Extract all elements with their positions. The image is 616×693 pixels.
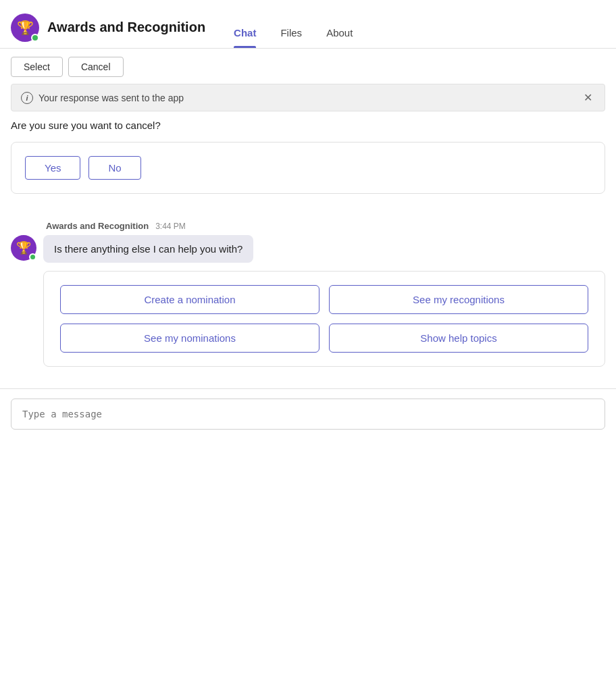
yes-no-card: Yes No — [11, 142, 605, 194]
close-response-bar-button[interactable]: ✕ — [581, 91, 595, 104]
cancel-confirm-text: Are you sure you want to cancel? — [11, 120, 605, 142]
bot-bubble: Is there anything else I can help you wi… — [43, 235, 253, 263]
see-recognitions-button[interactable]: See my recognitions — [329, 285, 588, 314]
response-sent-text: Your response was sent to the app — [38, 93, 184, 103]
tab-files[interactable]: Files — [268, 27, 314, 48]
tab-about[interactable]: About — [314, 27, 365, 48]
response-sent-content: i Your response was sent to the app — [21, 92, 184, 104]
bot-timestamp: 3:44 PM — [155, 222, 186, 231]
bot-actions-card: Create a nomination See my recognitions … — [43, 271, 605, 367]
select-button[interactable]: Select — [11, 57, 63, 77]
yes-button[interactable]: Yes — [25, 156, 80, 180]
bot-avatar: 🏆 — [11, 235, 36, 261]
response-sent-bar: i Your response was sent to the app ✕ — [11, 84, 605, 111]
actions-grid: Create a nomination See my recognitions … — [60, 285, 588, 353]
app-logo: 🏆 — [11, 14, 39, 42]
cancel-confirm-wrapper: Are you sure you want to cancel? Yes No — [11, 120, 605, 194]
tab-navigation: Chat Files About — [222, 7, 365, 48]
app-title: Awards and Recognition — [47, 20, 205, 35]
logo-icon: 🏆 — [17, 20, 34, 36]
bot-online-dot — [29, 253, 36, 261]
see-nominations-button[interactable]: See my nominations — [60, 324, 319, 353]
no-button[interactable]: No — [88, 156, 140, 180]
bot-row: 🏆 Is there anything else I can help you … — [11, 235, 605, 271]
tab-chat[interactable]: Chat — [222, 27, 268, 48]
bot-meta: Awards and Recognition 3:44 PM — [11, 221, 605, 231]
cancel-button[interactable]: Cancel — [68, 57, 124, 77]
show-help-topics-button[interactable]: Show help topics — [329, 324, 588, 353]
message-input[interactable] — [11, 399, 605, 430]
app-header: 🏆 Awards and Recognition Chat Files Abou… — [0, 0, 616, 49]
bot-display-name: Awards and Recognition — [46, 221, 149, 231]
message-input-area — [0, 388, 616, 442]
create-nomination-button[interactable]: Create a nomination — [60, 285, 319, 314]
bot-message-section: Awards and Recognition 3:44 PM 🏆 Is ther… — [11, 215, 605, 388]
top-partial-card: Select Cancel i Your response was sent t… — [11, 49, 605, 194]
bot-avatar-icon: 🏆 — [16, 240, 31, 255]
chat-area: Select Cancel i Your response was sent t… — [0, 49, 616, 388]
info-icon: i — [21, 92, 33, 104]
select-cancel-row: Select Cancel — [11, 57, 605, 77]
online-status-dot — [31, 34, 39, 42]
